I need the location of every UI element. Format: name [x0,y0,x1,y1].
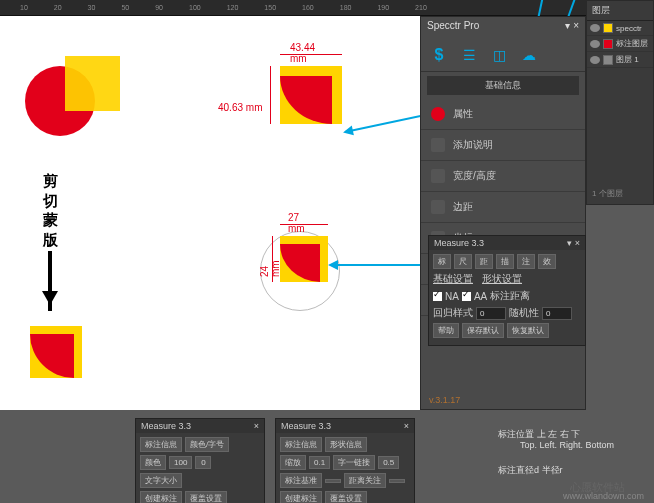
panel-menu-icon[interactable]: ▾ × [565,20,579,36]
layer-row-1[interactable]: 标注图层 [587,36,653,52]
measure-tabs: 标尺距描注效 [433,254,581,269]
m3-title: Measure 3.3 [281,421,331,431]
layers-panel: 图层 specctr标注图层图层 1 1 个图层 [586,0,654,205]
dim-width-1: 43.44 mm [290,42,315,64]
layer-row-2[interactable]: 图层 1 [587,52,653,68]
layers-head: 图层 [587,1,653,21]
input-1[interactable]: 0 [476,307,506,320]
tab-0[interactable]: 标 [433,254,451,269]
m2-title: Measure 3.3 [141,421,191,431]
tab-3[interactable]: 描 [496,254,514,269]
dim-width-2: 27 mm [288,212,305,234]
close-icon[interactable]: ▾ × [567,238,580,248]
link-basic[interactable]: 基础设置 [433,272,473,286]
tab-5[interactable]: 效 [538,254,556,269]
reset-default-button[interactable]: 恢复默认 [507,323,549,338]
yellow-square[interactable] [65,56,120,111]
input-2[interactable]: 0 [542,307,572,320]
cube-icon[interactable]: ◫ [487,45,511,65]
canvas[interactable]: 剪切蒙版 43.44 mm 40.63 mm 27 mm 24 mm [0,16,420,410]
dollar-icon[interactable]: $ [427,45,451,65]
help-button[interactable]: 帮助 [433,323,459,338]
radius-label: 标注直径d 半径r [498,464,563,477]
close-icon[interactable]: × [404,421,409,431]
spec-version: v.3.1.17 [429,395,460,405]
mask-label: 剪切蒙版 [40,171,60,249]
spec-item-1[interactable]: 添加说明 [421,130,585,161]
tab-4[interactable]: 注 [517,254,535,269]
link-shape[interactable]: 形状设置 [482,272,522,286]
dim-height-2: 24 mm [259,257,281,277]
checkbox-na[interactable] [433,292,442,301]
measure-title: Measure 3.3 [434,238,484,248]
close-icon[interactable]: × [254,421,259,431]
ruler-top: 1020305090100120150160180190210 [0,0,654,16]
spec-item-2[interactable]: 宽度/高度 [421,161,585,192]
watermark: www.wlandown.com [563,491,644,501]
m3-body: 标注信息形状信息缩放0.1字一链接0.5标注基准距离关注创建标注覆盖设置 [276,433,414,503]
cloud-icon[interactable]: ☁ [517,45,541,65]
save-default-button[interactable]: 保存默认 [462,323,504,338]
spec-item-0[interactable]: 属性 [421,99,585,130]
panel-title: Specctr Pro [427,20,479,36]
arrow-down-icon [48,251,52,311]
measure-panel-2: Measure 3.3× 标注信息颜色/字号颜色1000文字大小创建标注覆盖设置 [135,418,265,503]
layers-foot: 1 个图层 [587,185,628,202]
measure-panel-3: Measure 3.3× 标注信息形状信息缩放0.1字一链接0.5标注基准距离关… [275,418,415,503]
m2-body: 标注信息颜色/字号颜色1000文字大小创建标注覆盖设置 [136,433,264,503]
list-icon[interactable]: ☰ [457,45,481,65]
blue-arrow-2 [330,264,425,266]
spec-item-3[interactable]: 边距 [421,192,585,223]
pos-label-en: Top. Left. Right. Bottom [520,440,614,450]
spec-subhead: 基础信息 [427,76,579,95]
checkbox-aa[interactable] [462,292,471,301]
tab-1[interactable]: 尺 [454,254,472,269]
tab-2[interactable]: 距 [475,254,493,269]
measure-panel-main: Measure 3.3▾ × 标尺距描注效 基础设置形状设置 NA AA 标注距… [428,235,586,346]
layer-row-0[interactable]: specctr [587,21,653,36]
specctr-panel: Specctr Pro▾ × $ ☰ ◫ ☁ 基础信息 属性添加说明宽度/高度边… [420,16,586,410]
dim-height-1: 40.63 mm [218,102,262,113]
layers-body: specctr标注图层图层 1 [587,21,653,68]
